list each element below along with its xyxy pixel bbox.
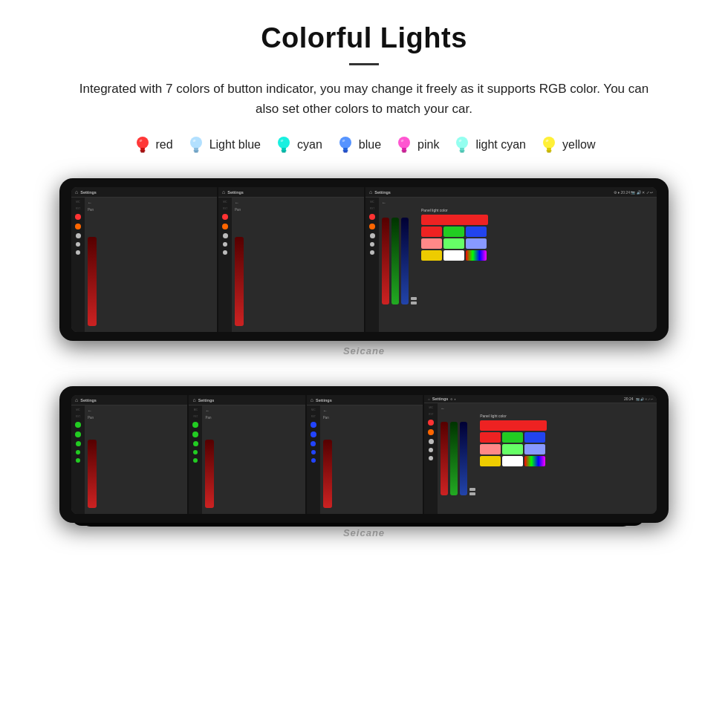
color-b4-cell-blue[interactable] — [524, 432, 545, 443]
color-cell-light-green[interactable] — [443, 238, 464, 249]
panel-3-blue-slider[interactable] — [401, 218, 409, 304]
panel-b1-header: ⌂ Settings — [71, 395, 187, 405]
panel-1-main: ← Pan — [85, 198, 217, 332]
panel-b3-slider-red[interactable] — [323, 440, 332, 509]
panel-2-back-arrow[interactable]: ← — [235, 201, 361, 205]
panel-1-header: ⌂ Settings — [71, 187, 217, 198]
panel-b4-red-slider[interactable] — [441, 422, 448, 495]
panel-b4-handle-area — [469, 488, 475, 495]
panel-b1-sliders — [88, 422, 184, 511]
panel-b3-settings-label: Settings — [316, 398, 332, 403]
panel-b2-settings-label: Settings — [198, 398, 215, 403]
color-b4-row-2 — [480, 432, 547, 443]
panel-3-color-title: Panel light color — [421, 208, 488, 212]
color-cell-white[interactable] — [443, 250, 464, 261]
panel-2-settings-icon — [223, 242, 227, 247]
color-b4-cell-red[interactable] — [480, 432, 501, 443]
panel-b3: ⌂ Settings MIC RST — [307, 395, 424, 514]
panel-b3-home-icon: ⌂ — [311, 397, 313, 403]
panel-3-green-slider[interactable] — [391, 218, 399, 304]
panel-3-handle-white — [411, 297, 417, 300]
top-screen-wrapper: ⌂ Settings MIC RST — [59, 178, 669, 356]
color-cell-rainbow[interactable] — [466, 250, 487, 261]
color-b4-cell-light-red[interactable] — [480, 444, 501, 454]
top-screen-inner: ⌂ Settings MIC RST — [71, 187, 657, 332]
panel-3-red-slider[interactable] — [382, 218, 389, 304]
color-indicators-row: red Light blue — [45, 134, 683, 156]
bottom-screen-mockup: ⌂ Settings MIC RST — [59, 386, 669, 523]
color-label-blue: blue — [359, 138, 381, 152]
panel-b3-extra-icon — [311, 458, 316, 463]
header-divider — [349, 63, 379, 65]
panel-b1-back-arrow[interactable]: ← — [88, 408, 184, 413]
panel-3-top-icons: ⚙ ♦ 20:24 📷 🔊 ✕ ⤢ ↩ — [614, 190, 653, 195]
panel-b4-handle-gray — [469, 492, 475, 495]
header-section: Colorful Lights Integrated with 7 colors… — [45, 22, 683, 119]
panel-2: ⌂ Settings MIC RST — [218, 187, 365, 332]
panel-b1-sidebar: MIC RST — [71, 405, 85, 514]
panel-1-settings-icon — [76, 242, 80, 247]
panel-1-back-arrow[interactable]: ← — [88, 201, 214, 205]
color-b4-cell-white[interactable] — [502, 456, 523, 466]
color-b4-cell-red-top[interactable] — [480, 420, 547, 431]
panel-b2-undo-icon — [193, 441, 198, 446]
color-item-yellow: yellow — [539, 134, 595, 156]
header-description: Integrated with 7 colors of button indic… — [74, 79, 654, 119]
panel-b4-status-icons: 📷 🔊 ✕ ⤢ ↩ — [636, 397, 653, 401]
panel-b4-blue-slider[interactable] — [460, 422, 467, 495]
bottom-screen-inner: ⌂ Settings MIC RST — [71, 395, 657, 514]
color-b4-cell-light-green[interactable] — [502, 444, 523, 454]
panel-2-body: MIC RST ← Pan — [218, 198, 364, 332]
watermark-top: Seicane — [59, 345, 669, 356]
color-cell-green[interactable] — [443, 227, 464, 237]
color-cell-blue[interactable] — [466, 227, 487, 237]
panel-b1-main: ← Pan — [85, 405, 187, 514]
panel-b4-rst-label: RST — [429, 413, 433, 416]
panel-1-pan-label: Pan — [88, 208, 214, 212]
svg-rect-18 — [343, 152, 347, 153]
panel-2-header: ⌂ Settings — [218, 187, 364, 198]
panel-b4-sidebar: MIC RST — [424, 403, 438, 514]
panel-b2-back-arrow[interactable]: ← — [205, 408, 302, 413]
panel-b3-undo-icon — [311, 441, 316, 446]
panel-b4-mic-label: MIC — [429, 406, 433, 409]
color-cell-red-top[interactable] — [421, 215, 488, 225]
panel-b4-body: MIC RST ← — [424, 403, 657, 514]
color-b4-cell-green[interactable] — [502, 432, 523, 443]
panel-3-content: Panel light color — [382, 208, 654, 304]
panel-b2-slider-red[interactable] — [205, 440, 214, 509]
svg-rect-23 — [403, 152, 406, 153]
panel-b4-back-arrow[interactable]: ← — [441, 406, 654, 411]
panel-1-slider-red[interactable] — [88, 237, 97, 327]
panel-b4-green-slider[interactable] — [450, 422, 458, 495]
panel-3-handle-gray — [411, 302, 417, 304]
color-cell-yellow[interactable] — [421, 250, 442, 261]
panel-2-slider-red[interactable] — [235, 237, 244, 327]
color-cell-light-blue[interactable] — [466, 238, 487, 249]
color-b4-cell-light-blue[interactable] — [524, 444, 545, 454]
bulb-icon-cyan — [274, 134, 293, 156]
panel-b4-top-bar: ⌂ Settings ⚙ ♦ 20:24 📷 🔊 ✕ ⤢ ↩ — [424, 395, 657, 403]
screens-section: ⌂ Settings MIC RST — [45, 178, 683, 538]
panel-3-handle-area — [411, 297, 417, 304]
color-cell-light-red[interactable] — [421, 238, 442, 249]
page-container: Colorful Lights Integrated with 7 colors… — [0, 0, 728, 568]
panel-2-main: ← Pan — [232, 198, 364, 332]
panel-b3-back-arrow[interactable]: ← — [323, 408, 420, 413]
panel-b2-mic-label: MIC — [194, 408, 198, 411]
color-cell-red[interactable] — [421, 227, 442, 237]
panel-1: ⌂ Settings MIC RST — [71, 187, 218, 332]
panel-3-back-arrow[interactable]: ← — [382, 201, 654, 205]
panel-1-mic-label: MIC — [76, 201, 80, 203]
color-b4-cell-yellow[interactable] — [480, 456, 501, 466]
panel-1-undo-icon — [76, 233, 81, 238]
panel-1-sliders — [88, 214, 214, 329]
panel-b1-slider-red[interactable] — [88, 440, 97, 509]
top-screen-mockup: ⌂ Settings MIC RST — [59, 178, 669, 341]
color-row-4 — [421, 250, 488, 261]
panel-b1-rst-label: RST — [76, 415, 80, 418]
panel-3-sidebar: MIC RST — [365, 198, 379, 332]
panel-b2-sidebar: MIC RST — [189, 405, 202, 514]
svg-rect-32 — [547, 150, 552, 152]
color-b4-cell-rainbow[interactable] — [524, 456, 545, 466]
